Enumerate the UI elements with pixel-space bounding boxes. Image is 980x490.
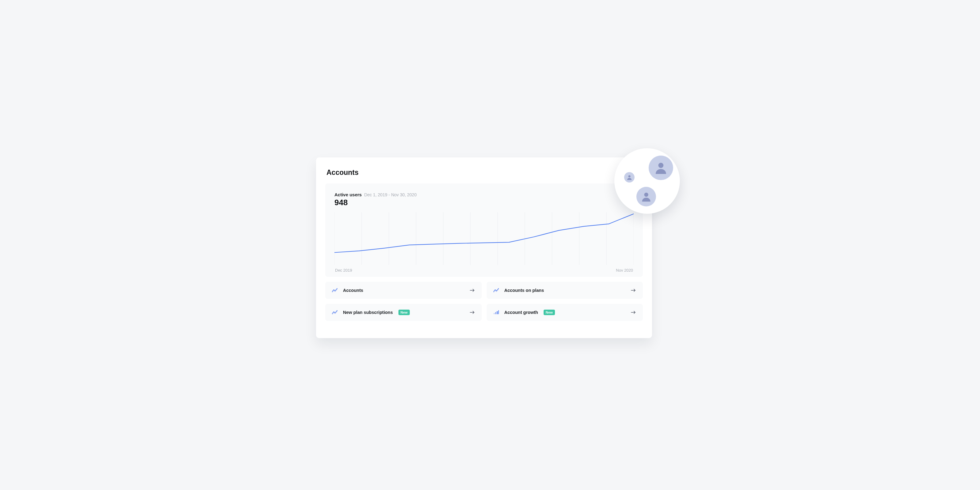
avatar-cluster (614, 148, 680, 214)
line-chart-icon (332, 310, 337, 315)
chart-heading: Active users Dec 1, 2019 - Nov 30, 2020 (334, 192, 634, 197)
chart-xaxis-start: Dec 2019 (335, 268, 352, 272)
chart-metric-label: Active users (334, 192, 362, 197)
link-label: Accounts (343, 288, 363, 293)
link-label: New plan subscriptions (343, 310, 393, 315)
accounts-card: Accounts Active users Dec 1, 2019 - Nov … (316, 158, 652, 338)
active-users-chart-panel: Active users Dec 1, 2019 - Nov 30, 2020 … (325, 183, 643, 277)
link-account-growth[interactable]: Account growth New (487, 304, 643, 321)
svg-rect-17 (497, 311, 498, 314)
line-chart-icon (493, 288, 499, 293)
arrow-right-icon (469, 310, 475, 314)
svg-point-22 (628, 175, 630, 177)
new-badge: New (544, 310, 555, 315)
svg-rect-18 (498, 310, 499, 314)
arrow-right-icon (469, 288, 475, 292)
line-chart-icon (332, 288, 337, 293)
chart-date-range: Dec 1, 2019 - Nov 30, 2020 (364, 192, 417, 197)
stage: Accounts Active users Dec 1, 2019 - Nov … (245, 123, 735, 368)
report-links-grid: Accounts Accounts on plans (325, 282, 643, 321)
page-title: Accounts (326, 169, 643, 177)
avatar-icon (624, 172, 635, 183)
chart-total-value: 948 (334, 198, 634, 207)
link-label: Account growth (504, 310, 538, 315)
link-accounts-on-plans[interactable]: Accounts on plans (487, 282, 643, 299)
svg-point-21 (644, 192, 648, 197)
arrow-right-icon (630, 288, 636, 292)
arrow-right-icon (630, 310, 636, 314)
link-new-plan-subscriptions[interactable]: New plan subscriptions New (325, 304, 482, 321)
chart-plot (334, 211, 634, 265)
svg-point-20 (659, 163, 663, 168)
chart-xaxis-end: Nov 2020 (616, 268, 633, 272)
svg-rect-15 (494, 313, 495, 314)
svg-rect-16 (495, 312, 496, 314)
link-label: Accounts on plans (504, 288, 544, 293)
bar-chart-icon (493, 310, 499, 315)
new-badge: New (398, 310, 410, 315)
avatar-icon (636, 187, 656, 207)
avatar-icon (649, 156, 673, 180)
link-accounts[interactable]: Accounts (325, 282, 482, 299)
chart-xaxis: Dec 2019 Nov 2020 (334, 268, 634, 272)
